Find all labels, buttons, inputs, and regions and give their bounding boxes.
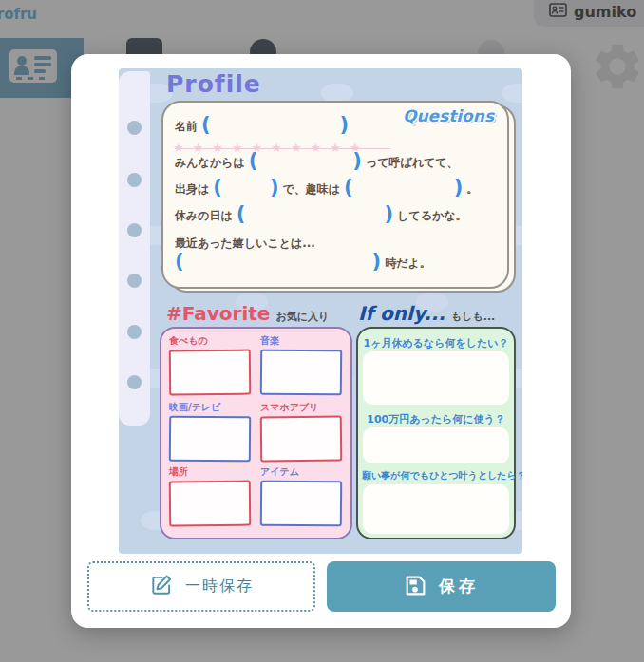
nickname-suffix: って呼ばれてて、 — [366, 155, 459, 171]
paren-close: ) — [352, 152, 362, 170]
name-label: 名前 — [175, 119, 198, 135]
favorite-title: #Favorite — [166, 302, 270, 325]
favorite-label: 食べもの — [169, 334, 255, 348]
profile-template-preview: Profile Questions 名前 ( ) ★★★★★★★★★★ みんなか… — [119, 68, 522, 554]
binder-hole — [127, 223, 142, 237]
answer-blank — [357, 189, 450, 190]
favorite-section: 食べもの 音楽 映画/テレビ スマホアプリ 場所 アイテム — [160, 327, 352, 539]
if-only-question: 100万円あったら何に使う？ — [362, 412, 510, 426]
paren-open: ( — [237, 205, 246, 223]
recent-label: 最近あった嬉しいことは... — [175, 236, 315, 252]
favorite-label: 映画/テレビ — [169, 401, 255, 414]
edit-pencil-icon — [149, 573, 174, 600]
answer-blank — [249, 216, 380, 217]
paren-close: ) — [384, 205, 393, 223]
time-suffix: 時だよ。 — [385, 255, 431, 272]
question-row-time: ( ) 時だよ。 — [175, 253, 498, 274]
paren-close: ) — [340, 116, 350, 134]
favorite-cell-food: 食べもの — [169, 334, 255, 395]
dayoff-suffix: してるかな。 — [397, 208, 466, 224]
answer-blank — [188, 263, 369, 264]
favorite-answer-box — [169, 481, 251, 527]
favorite-answer-box — [260, 416, 342, 463]
question-row-dayoff: 休みの日は ( ) してるかな。 — [175, 205, 498, 226]
favorite-cell-apps: スマホアプリ — [260, 401, 346, 462]
save-profile-dialog: Profile Questions 名前 ( ) ★★★★★★★★★★ みんなか… — [71, 54, 571, 628]
origin-mid: で、趣味は — [283, 181, 341, 198]
favorite-label: 場所 — [169, 465, 255, 479]
binder-hole — [127, 375, 142, 389]
binder-hole — [127, 121, 142, 135]
binder-hole — [127, 325, 142, 339]
origin-suffix: 。 — [466, 181, 478, 198]
paren-close: ) — [454, 179, 464, 197]
paren-open: ( — [175, 253, 184, 271]
paren-close: ) — [372, 253, 382, 271]
if-only-question: 願い事が何でもひとつ叶うとしたら？ — [362, 469, 510, 482]
answer-blank — [261, 162, 349, 163]
template-title: Profile — [166, 70, 261, 98]
favorite-label: アイテム — [260, 465, 346, 479]
if-only-title: If only... — [358, 302, 445, 325]
questions-panel: Questions 名前 ( ) ★★★★★★★★★★ みんなからは ( ) っ… — [161, 101, 509, 289]
favorite-answer-box — [169, 416, 251, 463]
binder-strip — [119, 71, 150, 426]
favorite-cell-movie-tv: 映画/テレビ — [169, 401, 255, 462]
favorite-cell-item: アイテム — [260, 465, 346, 526]
if-only-subtitle: もしも... — [451, 310, 495, 324]
answer-blank — [215, 126, 336, 127]
if-only-answer-box — [363, 484, 509, 534]
floppy-save-icon — [404, 574, 427, 600]
favorite-subtitle: お気に入り — [275, 310, 329, 324]
temporary-save-button[interactable]: 一時保存 — [87, 561, 315, 612]
nickname-prefix: みんなからは — [175, 155, 245, 171]
favorite-heading: #Favorite お気に入り — [166, 302, 329, 325]
if-only-answer-box — [363, 427, 509, 463]
if-only-heading: If only... もしも... — [358, 302, 495, 325]
paren-open: ( — [344, 179, 353, 197]
question-row-nickname: みんなからは ( ) って呼ばれてて、 — [175, 152, 498, 173]
paren-open: ( — [249, 152, 258, 170]
binder-hole — [127, 173, 142, 187]
question-row-origin: 出身は ( ) で、趣味は ( ) 。 — [175, 179, 498, 199]
question-row-name: 名前 ( ) — [175, 116, 498, 137]
favorite-answer-box — [260, 481, 342, 527]
paren-open: ( — [213, 179, 222, 197]
temporary-save-label: 一時保存 — [185, 577, 254, 596]
origin-prefix: 出身は — [175, 181, 209, 198]
paren-close: ) — [270, 179, 279, 197]
question-row-recent: 最近あった嬉しいことは... — [175, 233, 498, 254]
favorite-cell-place: 場所 — [169, 465, 255, 526]
dayoff-prefix: 休みの日は — [175, 208, 233, 224]
favorite-label: 音楽 — [260, 334, 346, 348]
favorite-answer-box — [260, 350, 342, 396]
if-only-question: 1ヶ月休めるなら何をしたい？ — [362, 336, 510, 350]
favorite-label: スマホアプリ — [260, 401, 346, 414]
favorite-answer-box — [169, 350, 251, 396]
save-button[interactable]: 保存 — [327, 561, 556, 612]
if-only-section: 1ヶ月休めるなら何をしたい？ 100万円あったら何に使う？ 願い事が何でもひとつ… — [356, 327, 516, 539]
paren-open: ( — [201, 116, 211, 134]
answer-blank — [226, 189, 266, 190]
binder-hole — [127, 274, 142, 288]
save-label: 保存 — [439, 576, 479, 597]
favorite-cell-music: 音楽 — [260, 334, 346, 395]
if-only-answer-box — [363, 351, 509, 405]
